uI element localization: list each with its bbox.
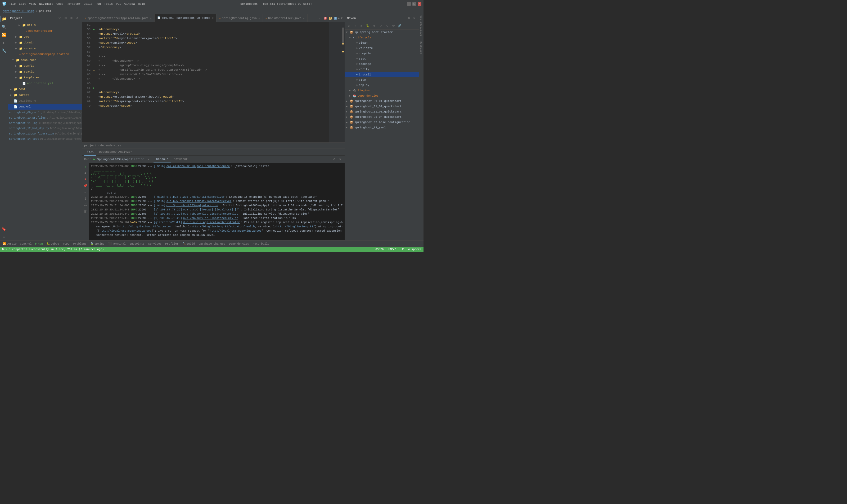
status-build[interactable]: 🔨 Build bbox=[181, 242, 197, 246]
run-app-name[interactable]: Springboot08SsmpApplication bbox=[97, 158, 144, 161]
maven-refresh-btn[interactable]: ⟳ bbox=[391, 23, 396, 29]
console-settings-icon[interactable]: ⚙ bbox=[332, 157, 337, 162]
maven-proj-01-03[interactable]: ▶ 📦 springboot_01_03_quickstart bbox=[345, 109, 419, 114]
status-version-control[interactable]: 🔀 Version Control bbox=[1, 242, 33, 246]
error-count-badge[interactable]: 3 bbox=[324, 17, 327, 20]
tree-service[interactable]: ▶📁service bbox=[8, 46, 82, 51]
tree-bookcontroller[interactable]: ☕BookController bbox=[8, 28, 82, 34]
maven-proj-02[interactable]: ▶ 📦 springboot_02_base_configuration bbox=[345, 120, 419, 125]
tree-test[interactable]: ▶📁test bbox=[8, 86, 82, 92]
status-terminal[interactable]: ⬛ Terminal bbox=[107, 242, 127, 246]
menu-view[interactable]: View bbox=[29, 2, 36, 5]
activity-git[interactable]: 🔀 bbox=[1, 31, 7, 38]
status-dependencies[interactable]: Dependencies bbox=[227, 242, 251, 246]
minimize-button[interactable]: — bbox=[407, 2, 411, 6]
console-up-btn[interactable]: ▲ bbox=[83, 170, 88, 176]
other-project-13[interactable]: springboot_13_configuration D:\DingJiaxi… bbox=[8, 131, 82, 136]
console-clear-btn[interactable]: 🗑 bbox=[83, 209, 88, 214]
status-spring[interactable]: 🍃 Spring bbox=[89, 242, 106, 246]
maven-debug-btn[interactable]: 🐛 bbox=[365, 23, 371, 29]
tab-close-pomxml[interactable]: ✕ bbox=[212, 16, 214, 20]
maven-link-btn[interactable]: 🔗 bbox=[397, 23, 402, 29]
console-restart-btn[interactable]: ↺ bbox=[83, 164, 88, 169]
tree-utils[interactable]: ▶📁utils bbox=[8, 22, 82, 28]
status-encoding[interactable]: UTF-8 bbox=[388, 248, 396, 251]
tab-pomxml[interactable]: 📄 pom.xml (springboot_08_ssmp) ✕ bbox=[155, 14, 217, 22]
tree-resources[interactable]: ▼📁resources bbox=[8, 57, 82, 63]
maven-project-ip[interactable]: ▼ 📦 ip_spring_boot_starter bbox=[345, 30, 419, 35]
tree-dao[interactable]: ▶📁Dao bbox=[8, 34, 82, 40]
status-todo[interactable]: TODO bbox=[61, 242, 71, 246]
tree-pomxml[interactable]: 📄pom.xml bbox=[8, 104, 82, 110]
maven-site[interactable]: ○ site bbox=[345, 77, 419, 83]
file-name[interactable]: pom.xml bbox=[39, 10, 51, 13]
tree-templates[interactable]: ▶📁templates bbox=[8, 75, 82, 80]
console-scroll-btn[interactable]: ⤓ bbox=[83, 196, 88, 201]
tab-close-springmvc[interactable]: ✕ bbox=[258, 17, 260, 20]
activity-plugins[interactable]: 🔧 bbox=[1, 47, 7, 54]
maven-close-icon[interactable]: ✕ bbox=[412, 16, 417, 21]
console-pin-btn[interactable]: 📌 bbox=[83, 183, 88, 188]
activity-structure[interactable]: ≡ bbox=[1, 233, 7, 240]
tree-domain[interactable]: ▶📁domain bbox=[8, 40, 82, 46]
tab-springmvc[interactable]: ☕ SpringMvcConfig.java ✕ bbox=[217, 14, 263, 22]
maven-sync-btn[interactable]: ↺ bbox=[346, 23, 352, 29]
other-project-11[interactable]: springboot_11_log D:\DingJiaxiong\IdeaPr… bbox=[8, 121, 82, 126]
maven-validate[interactable]: ○ validate bbox=[345, 46, 419, 51]
code-editor[interactable]: <dependency> <groupId>mysql</groupId> <a… bbox=[96, 22, 329, 142]
editor-tab-text[interactable]: Text bbox=[84, 148, 96, 156]
gutter-run-66[interactable]: ▶ bbox=[92, 86, 96, 90]
menu-refactor[interactable]: Refactor bbox=[67, 2, 80, 5]
breadcrumb-project[interactable]: project bbox=[84, 144, 96, 147]
other-project-10[interactable]: springboot_10_profiles D:\DingJiaxiong\I… bbox=[8, 115, 82, 121]
maven-plugins[interactable]: ▶ 🔌 Plugins bbox=[345, 88, 419, 93]
menu-edit[interactable]: Edit bbox=[19, 2, 26, 5]
maven-proj-03[interactable]: ▶ 📦 springboot_03_yaml bbox=[345, 125, 419, 130]
maven-test[interactable]: ○ test bbox=[345, 56, 419, 61]
status-problems[interactable]: Problems bbox=[71, 242, 88, 246]
tree-config[interactable]: ▶📁config bbox=[8, 63, 82, 69]
maven-compile[interactable]: ○ compile bbox=[345, 51, 419, 56]
tree-springboot08app[interactable]: ☕Springboot08SsmpApplication bbox=[8, 51, 82, 57]
menu-navigate[interactable]: Navigate bbox=[39, 2, 53, 5]
maven-package[interactable]: ○ package bbox=[345, 61, 419, 67]
status-database-changes[interactable]: Database Changes bbox=[197, 242, 227, 246]
other-project-12[interactable]: springboot_12_hot_deploy D:\DingJiaxiong… bbox=[8, 126, 82, 131]
status-profiler[interactable]: Profiler bbox=[164, 242, 180, 246]
status-debug[interactable]: 🐛 Debug bbox=[45, 242, 61, 246]
tab-lpspringboot[interactable]: ☕ IpSpringBootStarterApplication.java ✕ bbox=[82, 14, 155, 22]
right-strip-notifications[interactable]: Notifications bbox=[420, 15, 423, 36]
status-endpoints[interactable]: Endpoints bbox=[128, 242, 146, 246]
tab-bookcontroller[interactable]: ☕ BookController.java ✕ bbox=[263, 14, 307, 22]
status-auto-build[interactable]: Auto-build bbox=[251, 242, 271, 246]
project-name[interactable]: springboot_08_ssmp bbox=[3, 10, 34, 13]
activity-run[interactable]: ▶ bbox=[1, 39, 7, 46]
status-line-sep[interactable]: LF bbox=[400, 248, 404, 251]
menu-tools[interactable]: Tools bbox=[104, 2, 113, 5]
warning-count-badge[interactable]: 2 bbox=[329, 17, 332, 20]
status-services[interactable]: Services bbox=[147, 242, 163, 246]
menu-vcs[interactable]: VCS bbox=[116, 2, 121, 5]
menu-run[interactable]: Run bbox=[95, 2, 101, 5]
menu-code[interactable]: Code bbox=[56, 2, 63, 5]
tree-applicationyml[interactable]: 📄application.yml bbox=[8, 80, 82, 86]
maven-install[interactable]: ● install bbox=[345, 72, 419, 77]
menu-help[interactable]: Help bbox=[138, 2, 145, 5]
gutter-warning-62[interactable]: ⚠ bbox=[92, 68, 96, 72]
maven-dependencies[interactable]: ▶ 📚 Dependencies bbox=[345, 93, 419, 98]
maven-verify[interactable]: ○ verify bbox=[345, 67, 419, 72]
maven-proj-01-02[interactable]: ▶ 📦 springboot_01_02_quickstart bbox=[345, 104, 419, 109]
console-wrap-btn[interactable]: ↩ bbox=[83, 190, 88, 195]
nav-up[interactable]: ▲ bbox=[338, 17, 340, 20]
tree-gitignore[interactable]: 📄.gitignore bbox=[8, 98, 82, 104]
maven-skip-tests-btn[interactable]: ⊘ bbox=[371, 23, 377, 29]
activity-project[interactable]: 📁 bbox=[1, 15, 7, 22]
run-close[interactable]: ✕ bbox=[147, 158, 149, 161]
maven-lifecycle[interactable]: ▼ ⚡ Lifecycle bbox=[345, 35, 419, 40]
info-count-badge[interactable]: 3 bbox=[334, 17, 337, 20]
tree-static[interactable]: ▶📁static bbox=[8, 69, 82, 75]
maven-collapse-btn[interactable]: ⤡ bbox=[384, 23, 390, 29]
sidebar-settings-icon[interactable]: ⚙ bbox=[75, 16, 80, 21]
maven-run-btn[interactable]: ▶ bbox=[359, 23, 364, 29]
tab-close-bookcontroller[interactable]: ✕ bbox=[303, 17, 305, 20]
